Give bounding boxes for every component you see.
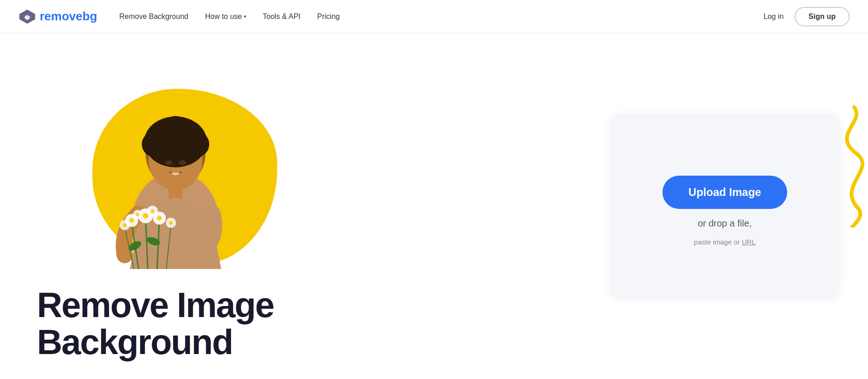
navbar: removebg Remove Background How to use ▾ … [0,0,868,33]
svg-point-13 [179,160,186,165]
logo-link[interactable]: removebg [18,8,97,25]
person-svg [83,75,268,269]
svg-point-12 [165,160,172,165]
nav-how-to-use[interactable]: How to use ▾ [205,12,246,21]
hero-person-image [79,75,273,269]
chevron-down-icon: ▾ [244,14,246,19]
upload-card: Upload Image or drop a file, paste image… [609,114,840,299]
drop-text: or drop a file, [698,218,752,229]
svg-point-28 [143,213,148,219]
svg-point-27 [129,218,134,223]
nav-tools-api[interactable]: Tools & API [263,12,301,21]
nav-remove-background[interactable]: Remove Background [119,12,188,21]
url-link[interactable]: URL [742,238,756,246]
svg-point-34 [136,213,140,216]
signup-button[interactable]: Sign up [795,7,850,26]
svg-point-29 [157,216,162,220]
svg-point-30 [123,223,127,227]
svg-point-31 [169,221,173,225]
hero-title: Remove Image Background [37,287,273,361]
nav-links: Remove Background How to use ▾ Tools & A… [119,12,763,21]
hero-section: Remove Image Background Upload Image or … [0,33,868,379]
svg-point-35 [151,209,154,213]
nav-auth: Log in Sign up [764,7,850,26]
upload-image-button[interactable]: Upload Image [662,176,787,209]
logo-icon [18,8,36,25]
logo-text: removebg [40,9,97,24]
svg-point-11 [164,116,188,140]
paste-text: paste image or URL [694,238,755,246]
login-link[interactable]: Log in [764,12,784,21]
nav-pricing[interactable]: Pricing [317,12,340,21]
hero-right: Upload Image or drop a file, paste image… [582,33,868,379]
hero-left: Remove Image Background [0,33,582,379]
